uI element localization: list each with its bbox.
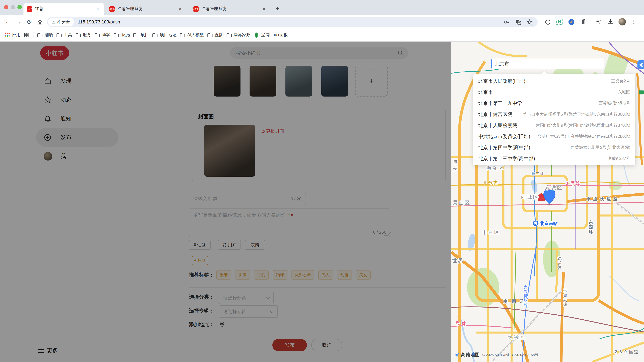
folder-icon	[180, 33, 185, 37]
bookmark-folder-list: 翻墙 工具 服务 博客 Java	[37, 32, 254, 38]
map-panel[interactable]: 海淀区 石景山区 东城区 西城区 丰台区 大兴区 世界 北二环 南 四 环 京 …	[451, 41, 644, 362]
translate-icon[interactable]: G文	[515, 18, 522, 25]
road-label: 北二环	[531, 171, 544, 176]
back-button[interactable]: ←	[3, 18, 12, 26]
forward-button[interactable]: →	[14, 18, 23, 26]
omnibox[interactable]: ⚠ 不安全 115.190.73.103/push G文	[47, 17, 538, 27]
tab-separator	[188, 5, 188, 11]
power-extension-icon[interactable]	[544, 18, 552, 26]
tab-close-icon[interactable]: ×	[94, 6, 100, 12]
bookmark-folder[interactable]: 净界家政	[226, 32, 250, 38]
apps-shortcut[interactable]: 应用	[5, 32, 20, 38]
browser-toolbar: ← → ⟳ ⚠ 不安全 115.190.73.103/push G文 N	[0, 15, 644, 29]
metro-line-label: 号 线	[455, 321, 467, 326]
bookmark-folder[interactable]: 直播	[207, 32, 223, 38]
reload-button[interactable]: ⟳	[25, 18, 34, 26]
bookmark-folder[interactable]: 博客	[94, 32, 110, 38]
airport-icon	[638, 60, 644, 69]
bt-panel-label: 宝塔Linux面板	[261, 32, 288, 38]
bt-panel-icon	[254, 32, 259, 38]
url-text[interactable]: 115.190.73.103/push	[78, 19, 504, 24]
tab-close-icon[interactable]: ×	[177, 6, 183, 12]
warning-icon: ⚠	[52, 19, 56, 24]
profile-avatar[interactable]	[618, 18, 626, 26]
xiaohongshu-favicon: 小红书	[193, 6, 198, 11]
district-label: 海淀区	[486, 165, 505, 171]
folder-icon	[37, 33, 42, 37]
download-icon[interactable]	[606, 18, 614, 26]
map-result-row[interactable]: 中共北京市委员会(旧址) 台基厂大街3号(王府井地铁站C4西南口步行280米)	[473, 131, 635, 142]
extension-area: N	[540, 18, 638, 26]
xiaohongshu-favicon: 小红书	[27, 6, 32, 11]
metro-line-label: 大兴机场线	[524, 285, 528, 307]
security-chip[interactable]: ⚠ 不安全	[48, 18, 74, 26]
bookmarks-separator	[34, 32, 34, 38]
bookmark-folder[interactable]: 项目	[133, 32, 149, 38]
grid-bookmark[interactable]	[24, 32, 29, 37]
map-attribution: 高德地图 © 2025 AutoNavi - GS(2024)1158号	[454, 352, 538, 358]
tab-3[interactable]: 小红书 红薯管理系统 ×	[190, 3, 270, 15]
district-label: 石景山区	[451, 200, 471, 205]
n-extension-icon[interactable]: N	[556, 18, 564, 26]
folder-icon	[94, 33, 100, 37]
folder-icon	[56, 33, 62, 37]
amap-brand: 高德地图	[461, 352, 480, 358]
road-label: 德贤路	[558, 256, 562, 269]
macos-minimize-button[interactable]	[11, 5, 15, 9]
map-result-row[interactable]: 北京市人民政府(旧址) 正义路2号	[473, 76, 635, 87]
new-tab-button[interactable]: +	[273, 4, 282, 13]
security-label: 不安全	[57, 19, 70, 25]
map-search-value: 北京市	[495, 61, 509, 67]
macos-close-button[interactable]	[4, 5, 8, 9]
folder-icon	[133, 33, 139, 37]
folder-icon	[226, 33, 232, 37]
map-result-row[interactable]: 北京市第十三中学(高中部) 柳荫街27号	[473, 153, 635, 164]
bookmark-folder[interactable]: 工具	[56, 32, 72, 38]
squares-grid-icon	[24, 32, 29, 37]
tab-title: 红薯	[35, 6, 92, 12]
tab-strip: 小红书 红薯 × 小红书 红薯管理系统 × 小红书 红薯管理系统 × +	[0, 0, 644, 15]
map-result-row[interactable]: 北京市人民检察院 建国门北大街9号(建国门地铁站A西北口步行370米)	[473, 120, 635, 131]
place-label: 世界	[452, 258, 464, 263]
macos-fullscreen-button[interactable]	[18, 5, 22, 9]
road-label: 京台高速	[563, 288, 568, 307]
road-label: 南 四 环	[503, 299, 526, 304]
bookmarks-bar: 应用 翻墙 工具 服务	[0, 29, 644, 41]
bookmark-folder[interactable]: 服务	[76, 32, 91, 38]
apps-label: 应用	[12, 32, 20, 38]
password-key-icon[interactable]	[504, 18, 510, 25]
bt-panel-bookmark[interactable]: 宝塔Linux面板	[254, 32, 288, 38]
district-label: 大兴区	[508, 334, 526, 340]
kebab-menu-icon[interactable]	[630, 18, 638, 26]
clip-extension-icon[interactable]	[579, 18, 587, 26]
tab-2[interactable]: 小红书 红薯管理系统 ×	[106, 3, 186, 15]
media-playlist-icon[interactable]	[595, 18, 603, 26]
tab-close-icon[interactable]: ×	[261, 6, 267, 12]
bookmark-star-icon[interactable]	[526, 18, 533, 25]
map-search-input[interactable]: 北京市	[492, 59, 604, 69]
tab-active[interactable]: 小红书 红薯 ×	[24, 3, 104, 15]
tab-title: 红薯管理系统	[118, 6, 174, 12]
district-label: 丰台区	[482, 229, 500, 235]
bookmark-folder[interactable]: AI大模型	[180, 32, 204, 38]
folder-icon	[152, 33, 158, 37]
bookmark-folder[interactable]: 翻墙	[37, 32, 53, 38]
road-label: 东四环	[588, 220, 594, 234]
home-button[interactable]	[36, 18, 44, 26]
map-result-row[interactable]: 北京市第四中学(高中部) 西黄城根北街甲2号(近北大医院)	[473, 142, 635, 153]
bookmark-folder[interactable]: Java	[114, 33, 130, 37]
district-label: 西城区	[521, 194, 539, 200]
map-results-dropdown: 北京市人民政府(旧址) 正义路2号 北京市 东城区 北京市第三十九中学 西黄城根…	[473, 74, 635, 165]
toolbar-separator	[591, 19, 591, 25]
map-result-row[interactable]: 北京市健宫医院 菜市口南大街儒福里6号(陶然亭地铁站C东南口步行300米)	[473, 109, 635, 120]
apps-grid-icon	[5, 32, 10, 38]
bookmark-folder[interactable]: 项目地址	[152, 32, 176, 38]
paint-extension-icon[interactable]	[567, 18, 575, 26]
map-copyright: © 2025 AutoNavi - GS(2024)1158号	[482, 353, 538, 357]
station-label: 北京南站	[540, 221, 558, 226]
xiaohongshu-favicon: 小红书	[109, 6, 115, 11]
road-label: 西五环	[453, 159, 458, 172]
map-result-row[interactable]: 北京市第三十九中学 西黄城根北街6号	[473, 98, 635, 109]
map-result-row[interactable]: 北京市 东城区	[473, 87, 635, 98]
svg-text:N: N	[558, 19, 561, 24]
